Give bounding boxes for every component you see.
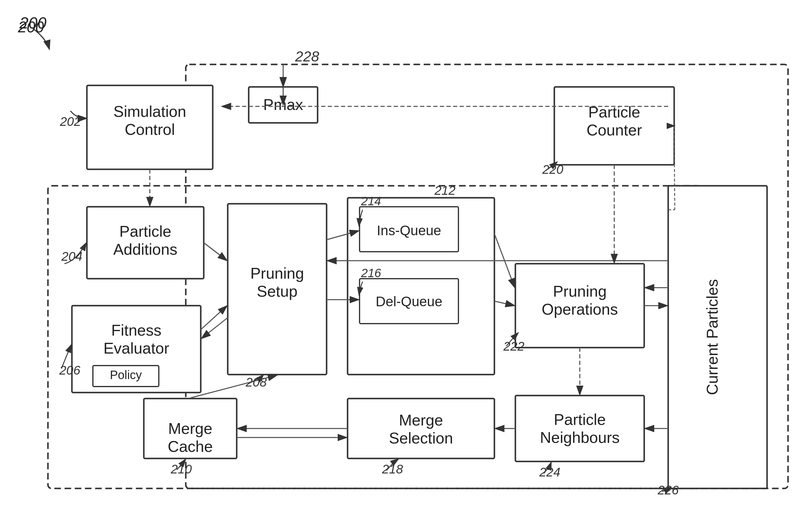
svg-text:Counter: Counter — [587, 121, 642, 139]
svg-text:216: 216 — [361, 266, 381, 280]
diagram-container: 200 228 Simulation Control 202 Partic — [0, 0, 812, 513]
svg-text:Current Particles: Current Particles — [703, 279, 721, 395]
svg-text:Particle: Particle — [119, 223, 171, 240]
svg-line-63 — [204, 243, 227, 261]
svg-text:Additions: Additions — [113, 240, 177, 258]
svg-rect-48 — [515, 396, 644, 461]
svg-line-65 — [201, 318, 228, 339]
svg-text:200: 200 — [19, 14, 47, 32]
svg-text:Neighbours: Neighbours — [540, 429, 620, 446]
svg-text:Particle: Particle — [554, 411, 606, 428]
svg-text:Setup: Setup — [257, 283, 297, 300]
svg-text:222: 222 — [503, 339, 524, 353]
svg-text:Pruning: Pruning — [553, 283, 606, 300]
svg-text:220: 220 — [542, 163, 563, 176]
svg-text:226: 226 — [658, 483, 679, 497]
svg-text:Operations: Operations — [542, 301, 618, 318]
svg-text:Evaluator: Evaluator — [104, 340, 169, 357]
svg-text:Control: Control — [125, 121, 175, 138]
svg-text:Simulation: Simulation — [114, 103, 186, 120]
svg-text:212: 212 — [434, 183, 456, 197]
svg-line-69 — [494, 301, 515, 306]
svg-text:Policy: Policy — [110, 368, 142, 381]
svg-text:228: 228 — [295, 49, 319, 64]
svg-text:Selection: Selection — [389, 429, 453, 447]
svg-text:Ins-Queue: Ins-Queue — [377, 223, 441, 238]
svg-text:Fitness: Fitness — [111, 321, 162, 339]
svg-text:224: 224 — [539, 465, 560, 479]
svg-text:Del-Queue: Del-Queue — [376, 294, 442, 309]
svg-text:Merge: Merge — [399, 411, 443, 429]
svg-text:Pruning: Pruning — [250, 264, 304, 282]
svg-text:Merge: Merge — [168, 420, 212, 437]
svg-text:206: 206 — [59, 363, 81, 377]
svg-text:204: 204 — [61, 249, 82, 263]
svg-text:214: 214 — [361, 195, 381, 208]
svg-text:Cache: Cache — [168, 438, 213, 455]
svg-line-64 — [201, 306, 227, 330]
